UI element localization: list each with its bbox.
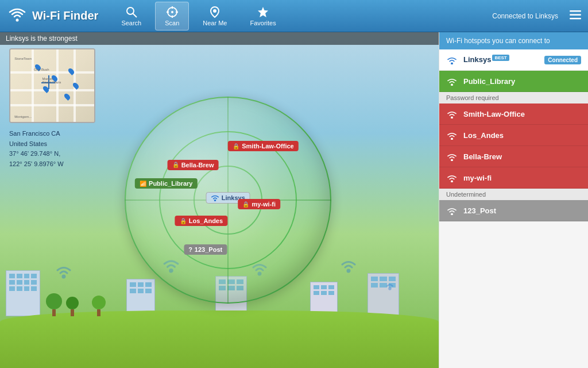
- top-bar: Wi-Fi Finder Search Scan Near Me Favorit…: [0, 0, 588, 32]
- svg-point-20: [451, 63, 452, 64]
- left-panel: Linksys is the strongest StoneTown: [0, 32, 439, 368]
- lock-icon: 🔒: [172, 162, 179, 168]
- lock-icon: 🔒: [242, 201, 249, 208]
- wifi-item-public-library[interactable]: Public_Library: [439, 71, 588, 92]
- radar-node-123-post[interactable]: ? 123_Post: [184, 244, 227, 255]
- lock-icon: 🔒: [233, 143, 239, 150]
- right-panel-header: Wi-Fi hotspots you can connect to: [439, 32, 588, 49]
- menu-icon[interactable]: [570, 10, 581, 22]
- section-password-required: Password required: [439, 92, 588, 103]
- open-icon: 📶: [140, 181, 146, 187]
- radar-node-public-library[interactable]: 📶 Public_Library: [135, 178, 197, 189]
- svg-point-1: [127, 7, 134, 14]
- wifi-item-123-post[interactable]: 123_Post: [439, 200, 588, 221]
- nav-scan[interactable]: Scan: [155, 2, 189, 30]
- svg-rect-12: [570, 14, 581, 16]
- svg-point-14: [63, 275, 65, 278]
- nav-search[interactable]: Search: [112, 2, 150, 30]
- radar-node-los-andes[interactable]: 🔒 Los_Andes: [175, 216, 227, 226]
- svg-point-19: [215, 200, 216, 201]
- location-info: San Francisco CA United States 37° 46' 2…: [9, 129, 64, 169]
- connected-info: Connected to Linksys: [492, 12, 558, 20]
- svg-point-25: [451, 181, 452, 182]
- wifi-icon: [211, 194, 219, 201]
- wifi-signal-icon: [446, 55, 458, 64]
- svg-point-17: [347, 270, 350, 272]
- svg-point-24: [451, 159, 452, 160]
- svg-rect-11: [570, 10, 581, 12]
- wifi-signal-icon: [446, 206, 458, 215]
- question-icon: ?: [188, 246, 192, 253]
- svg-marker-10: [258, 7, 268, 17]
- svg-point-0: [16, 18, 19, 21]
- svg-point-18: [389, 288, 390, 290]
- radar-display: 🔒 Smith-Law-Office 🔒 Bella-Brew 📶 Public…: [125, 97, 331, 304]
- svg-point-9: [213, 9, 216, 13]
- svg-point-23: [451, 138, 452, 139]
- svg-rect-13: [570, 18, 581, 20]
- svg-line-2: [133, 13, 137, 17]
- svg-point-21: [451, 84, 452, 85]
- wifi-item-bella-brew[interactable]: Bella-Brew: [439, 146, 588, 167]
- app-wifi-icon: [7, 6, 28, 26]
- right-panel: Wi-Fi hotspots you can connect to Linksy…: [439, 32, 588, 368]
- wifi-item-my-wifi[interactable]: my-wi-fi: [439, 167, 588, 189]
- main-content: Linksys is the strongest StoneTown: [0, 32, 588, 368]
- radar-node-smith-law[interactable]: 🔒 Smith-Law-Office: [228, 141, 298, 151]
- wifi-item-linksys[interactable]: LinksysBEST Connected: [439, 49, 588, 71]
- svg-point-4: [171, 11, 173, 13]
- wifi-signal-icon: [446, 131, 458, 140]
- nav-favorites[interactable]: Favorites: [241, 2, 285, 30]
- nav-bar: Search Scan Near Me Favorites: [112, 2, 285, 30]
- wifi-signal-icon: [446, 76, 458, 86]
- section-undetermined: Undetermined: [439, 189, 588, 200]
- wifi-list: LinksysBEST Connected Public_Library Pas…: [439, 49, 588, 368]
- lock-icon: 🔒: [180, 218, 187, 224]
- radar-node-my-wifi[interactable]: 🔒 my-wi-fi: [238, 199, 280, 209]
- wifi-signal-icon: [446, 173, 458, 182]
- wifi-signal-icon: [446, 152, 458, 161]
- nav-near-me[interactable]: Near Me: [194, 2, 236, 30]
- svg-point-22: [451, 117, 452, 118]
- status-bar: Linksys is the strongest: [0, 32, 439, 45]
- wifi-item-smith-law[interactable]: Smith-Law-Office: [439, 103, 588, 125]
- svg-point-26: [451, 213, 452, 214]
- wifi-item-los-andes[interactable]: Los_Andes: [439, 125, 588, 146]
- app-title: Wi-Fi Finder: [32, 9, 98, 22]
- wifi-signal-icon: [446, 109, 458, 118]
- radar-node-bella-brew[interactable]: 🔒 Bella-Brew: [168, 160, 219, 170]
- app-logo: Wi-Fi Finder: [7, 6, 98, 26]
- map-thumbnail[interactable]: StoneTown One Bush MarketStreet Plaza Mo…: [9, 48, 95, 123]
